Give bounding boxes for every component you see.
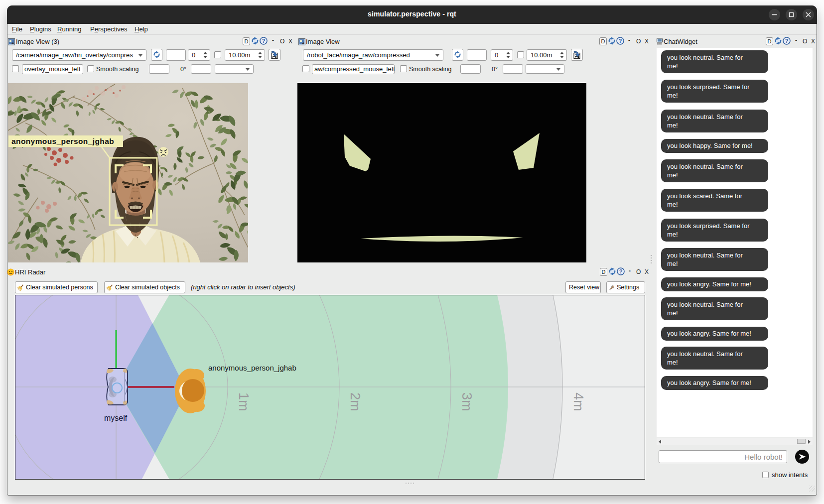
svg-text:anonymous_person_jghab: anonymous_person_jghab [208, 364, 296, 372]
svg-text:3m: 3m [459, 392, 474, 411]
svg-text:2m: 2m [348, 392, 363, 411]
svg-text:1m: 1m [236, 392, 251, 411]
svg-text:?: ? [785, 38, 789, 44]
svg-text:4m: 4m [571, 392, 586, 411]
svg-text:anonymous_person_jghab: anonymous_person_jghab [11, 137, 114, 145]
svg-text:myself: myself [104, 414, 128, 422]
svg-text:?: ? [262, 38, 266, 44]
svg-text:?: ? [619, 38, 622, 44]
svg-text:?: ? [619, 268, 623, 274]
